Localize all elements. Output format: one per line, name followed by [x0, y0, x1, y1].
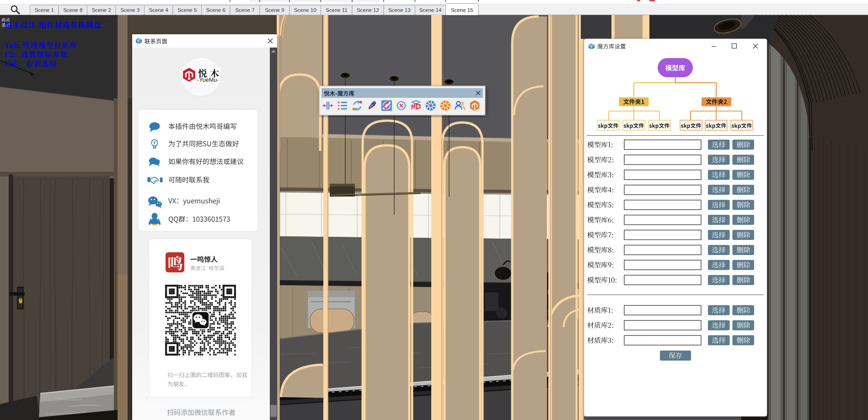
svg-text:Scene 10: Scene 10	[294, 7, 316, 13]
svg-text:Scene 3: Scene 3	[120, 7, 139, 13]
svg-text:Scene 6: Scene 6	[206, 7, 225, 13]
svg-text:Scene 7: Scene 7	[235, 7, 254, 13]
svg-text:Scene 13: Scene 13	[388, 7, 411, 13]
svg-text:Scene 12: Scene 12	[357, 7, 379, 13]
svg-text:-YueMu-: -YueMu-	[197, 77, 219, 83]
svg-text:Scene 1: Scene 1	[35, 7, 54, 13]
svg-text:Scene 2: Scene 2	[92, 7, 111, 13]
svg-text:Scene 15: Scene 15	[451, 7, 473, 13]
svg-text:Scene 11: Scene 11	[326, 7, 348, 13]
svg-text:Scene 4: Scene 4	[149, 7, 169, 13]
svg-text:Scene 8: Scene 8	[63, 7, 82, 13]
svg-text:Scene 14: Scene 14	[419, 7, 442, 13]
svg-text:Scene 5: Scene 5	[177, 7, 197, 13]
svg-text:Scene 9: Scene 9	[265, 7, 284, 13]
